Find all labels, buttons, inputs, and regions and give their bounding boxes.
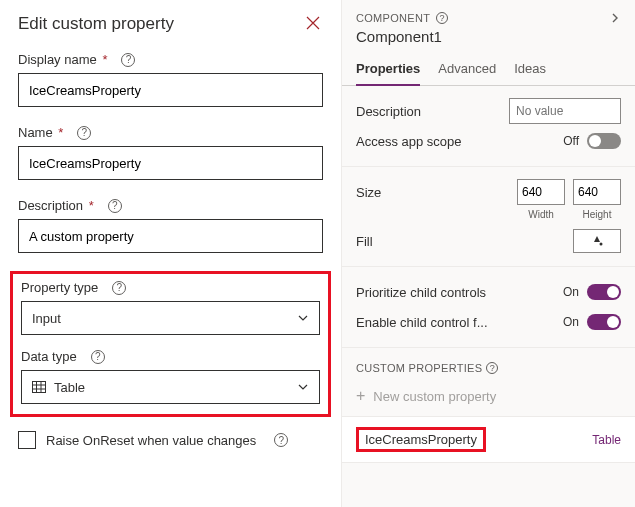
description-input[interactable] [18, 219, 323, 253]
name-input[interactable] [18, 146, 323, 180]
properties-tabs: Properties Advanced Ideas [342, 55, 635, 86]
help-icon[interactable]: ? [91, 350, 105, 364]
help-icon[interactable]: ? [436, 12, 448, 24]
raise-onreset-label: Raise OnReset when value changes [46, 433, 256, 448]
chevron-down-icon [297, 381, 309, 393]
edit-custom-property-panel: Edit custom property Display name * ? Na… [0, 0, 341, 507]
highlight-box: Property type ? Input Data type ? [10, 271, 331, 417]
prop-description-input[interactable] [509, 98, 621, 124]
toggle-state-label: On [563, 285, 579, 299]
prioritize-toggle[interactable] [587, 284, 621, 300]
help-icon[interactable]: ? [486, 362, 498, 374]
display-name-input[interactable] [18, 73, 323, 107]
tab-advanced[interactable]: Advanced [438, 55, 496, 86]
help-icon[interactable]: ? [77, 126, 91, 140]
help-icon[interactable]: ? [274, 433, 288, 447]
chevron-down-icon [297, 312, 309, 324]
property-type-label: Property type [21, 280, 98, 295]
prop-size-label: Size [356, 185, 381, 200]
toggle-state-label: On [563, 315, 579, 329]
help-icon[interactable]: ? [121, 53, 135, 67]
data-type-select[interactable]: Table [21, 370, 320, 404]
help-icon[interactable]: ? [108, 199, 122, 213]
component-name: Component1 [356, 28, 621, 45]
height-label: Height [573, 209, 621, 220]
raise-onreset-row: Raise OnReset when value changes ? [18, 431, 323, 449]
new-custom-property-button[interactable]: + New custom property [342, 382, 635, 416]
plus-icon: + [356, 388, 365, 404]
help-icon[interactable]: ? [112, 281, 126, 295]
close-icon[interactable] [305, 15, 323, 33]
toggle-state-label: Off [563, 134, 579, 148]
prop-access-app-scope-label: Access app scope [356, 134, 462, 149]
custom-property-type: Table [592, 433, 621, 447]
custom-property-item[interactable]: IceCreamsProperty Table [342, 416, 635, 463]
display-name-group: Display name * ? [18, 52, 323, 107]
prop-fill-label: Fill [356, 234, 373, 249]
prop-description-label: Description [356, 104, 421, 119]
raise-onreset-checkbox[interactable] [18, 431, 36, 449]
tab-properties[interactable]: Properties [356, 55, 420, 86]
description-group: Description * ? [18, 198, 323, 253]
description-label: Description * [18, 198, 94, 213]
tab-ideas[interactable]: Ideas [514, 55, 546, 86]
width-input[interactable] [517, 179, 565, 205]
panel-title: Edit custom property [18, 14, 174, 34]
height-input[interactable] [573, 179, 621, 205]
custom-property-name: IceCreamsProperty [365, 432, 477, 447]
component-section-label: COMPONENT ? [356, 12, 448, 24]
width-label: Width [517, 209, 565, 220]
display-name-label: Display name * [18, 52, 107, 67]
prop-enable-child-label: Enable child control f... [356, 315, 488, 330]
highlight-box: IceCreamsProperty [356, 427, 486, 452]
property-type-select[interactable]: Input [21, 301, 320, 335]
access-app-scope-toggle[interactable] [587, 133, 621, 149]
name-group: Name * ? [18, 125, 323, 180]
fill-color-picker[interactable] [573, 229, 621, 253]
enable-child-toggle[interactable] [587, 314, 621, 330]
name-label: Name * [18, 125, 63, 140]
component-properties-panel: COMPONENT ? Component1 Properties Advanc… [341, 0, 635, 507]
svg-point-5 [600, 243, 603, 246]
chevron-right-icon[interactable] [609, 12, 621, 24]
table-icon [32, 381, 46, 393]
custom-properties-header: CUSTOM PROPERTIES ? [342, 348, 635, 382]
data-type-label: Data type [21, 349, 77, 364]
prop-prioritize-label: Prioritize child controls [356, 285, 486, 300]
svg-rect-0 [33, 382, 46, 393]
